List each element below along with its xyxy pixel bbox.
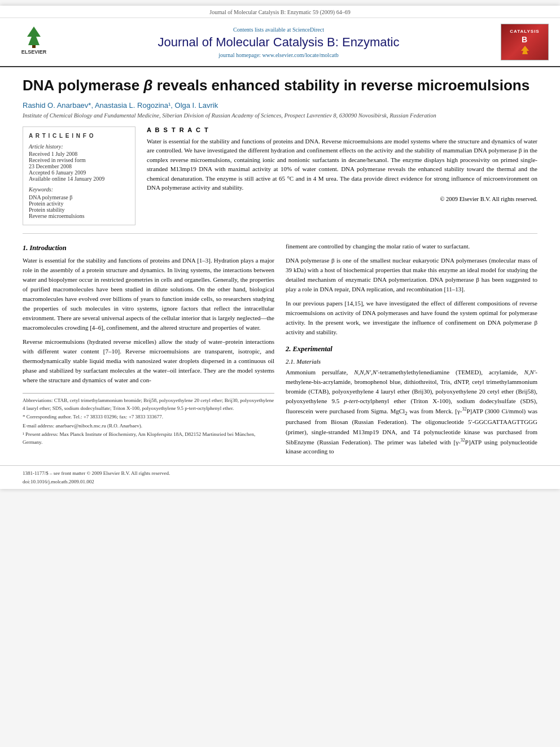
materials-text: Ammonium persulfate, N,N,N′,N′-tetrameth… [286, 368, 537, 456]
main-content: DNA polymerase β reveals enhanced stabil… [0, 67, 560, 465]
intro-para-2: Reverse microemulsions (hydrated reverse… [23, 337, 274, 385]
doi-line[interactable]: doi:10.1016/j.molcatb.2009.01.002 [23, 478, 537, 486]
beta-symbol: β [143, 77, 152, 94]
catalysis-logo: CATALYSIS B [501, 24, 549, 60]
received-date: Received 1 July 2008 [29, 151, 129, 157]
keyword-2: Protein activity [29, 200, 129, 207]
footnote-present-address: ¹ Present address: Max Planck Institute … [23, 431, 274, 446]
materials-subheader: 2.1. Materials [286, 358, 537, 365]
section-divider [23, 233, 537, 234]
info-abstract-row: A R T I C L E I N F O Article history: R… [23, 126, 537, 225]
journal-reference-text: Journal of Molecular Catalysis B: Enzyma… [209, 9, 350, 15]
affiliation: Institute of Chemical Biology and Fundam… [23, 112, 537, 119]
right-para-2: DNA polymerase β is one of the smallest … [286, 256, 537, 294]
journal-homepage[interactable]: journal homepage: www.elsevier.com/locat… [62, 52, 495, 58]
issn-line: 1381-1177/$ – see front matter © 2009 El… [23, 469, 537, 477]
journal-reference-bar: Journal of Molecular Catalysis B: Enzyma… [0, 6, 560, 18]
keyword-1: DNA polymerase β [29, 194, 129, 200]
journal-header: ELSEVIER Contents lists available at Sci… [0, 18, 560, 67]
article-info-label: A R T I C L E I N F O [29, 133, 129, 139]
abstract-text: Water is essential for the stability and… [147, 137, 537, 193]
keyword-4: Reverse microemulsions [29, 213, 129, 219]
footnote-corresponding: * Corresponding author. Tel.: +7 38333 0… [23, 413, 274, 421]
keywords-label: Keywords: [29, 186, 129, 193]
experimental-header: 2. Experimental [286, 345, 537, 353]
bottom-strip: 1381-1177/$ – see front matter © 2009 El… [0, 465, 560, 489]
body-columns: 1. Introduction Water is essential for t… [23, 242, 537, 457]
body-right-column: finement are controlled by changing the … [286, 242, 537, 457]
footnote-abbreviations: Abbreviations: CTAB, cetyl trimethylammo… [23, 397, 274, 412]
footnotes-section: Abbreviations: CTAB, cetyl trimethylammo… [23, 393, 274, 446]
journal-title: Journal of Molecular Catalysis B: Enzyma… [62, 35, 495, 50]
revised-label: Received in revised form [29, 157, 129, 163]
abstract-title: A B S T R A C T [147, 126, 537, 133]
keywords-group: Keywords: DNA polymerase β Protein activ… [29, 186, 129, 219]
right-para-1: finement are controlled by changing the … [286, 242, 537, 251]
introduction-header: 1. Introduction [23, 244, 274, 252]
article-info-column: A R T I C L E I N F O Article history: R… [23, 126, 135, 225]
available-date: Available online 14 January 2009 [29, 176, 129, 182]
revised-date: 23 December 2008 [29, 163, 129, 169]
body-left-column: 1. Introduction Water is essential for t… [23, 242, 274, 457]
keyword-3: Protein stability [29, 207, 129, 213]
svg-text:ELSEVIER: ELSEVIER [21, 49, 47, 55]
copyright-notice: © 2009 Elsevier B.V. All rights reserved… [147, 196, 537, 202]
footnote-email: E-mail address: anarbaev@niboch.nsc.ru (… [23, 422, 274, 430]
paper-title: DNA polymerase β reveals enhanced stabil… [23, 76, 537, 95]
abstract-box: A B S T R A C T Water is essential for t… [147, 126, 537, 202]
page: Journal of Molecular Catalysis B: Enzyma… [0, 6, 560, 489]
abstract-column: A B S T R A C T Water is essential for t… [147, 126, 537, 225]
intro-para-1: Water is essential for the stability and… [23, 256, 274, 333]
svg-marker-1 [27, 27, 41, 45]
svg-rect-2 [32, 45, 36, 48]
article-history-group: Article history: Received 1 July 2008 Re… [29, 143, 129, 182]
elsevier-logo: ELSEVIER [11, 25, 56, 59]
sciencedirect-link[interactable]: Contents lists available at ScienceDirec… [62, 27, 495, 33]
journal-center: Contents lists available at ScienceDirec… [62, 27, 495, 58]
article-info-box: A R T I C L E I N F O Article history: R… [23, 126, 135, 225]
accepted-date: Accepted 6 January 2009 [29, 169, 129, 176]
history-label: Article history: [29, 143, 129, 150]
authors: Rashid O. Anarbaev*, Anastasia L. Rogozi… [23, 101, 537, 110]
right-para-3: In our previous papers [14,15], we have … [286, 299, 537, 337]
svg-marker-4 [521, 46, 529, 54]
